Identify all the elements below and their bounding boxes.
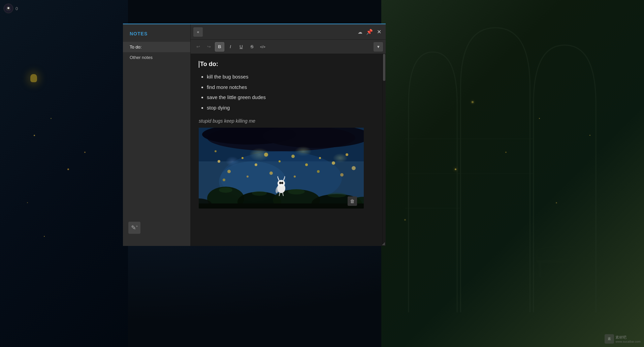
sidebar-item-other-label: Other notes — [130, 55, 153, 60]
watermark-name: 素材吧 — [615, 335, 641, 340]
game-ui-topleft: 0 — [3, 3, 18, 13]
note-body: To do: kill the bug bosses find more not… — [199, 61, 378, 209]
todo-item-3: stop dying — [207, 105, 230, 111]
bg-right-panel — [381, 0, 644, 347]
svg-point-37 — [294, 176, 296, 178]
underline-button[interactable]: U — [236, 42, 246, 52]
cloud-icon: ☁ — [358, 29, 362, 35]
svg-point-23 — [242, 157, 244, 159]
sidebar: NOTES To do: Other notes ✎+ — [123, 24, 190, 246]
watermark-icon-text: 素 — [608, 337, 611, 341]
svg-rect-7 — [580, 263, 583, 277]
watermark: 素 素材吧 www.sucaibar.com — [605, 334, 641, 344]
game-screenshot: 🗑 — [199, 128, 364, 209]
delete-image-button[interactable]: 🗑 — [348, 196, 357, 206]
scrollbar[interactable] — [382, 54, 386, 246]
dropdown-icon: ▾ — [377, 44, 380, 49]
todo-item-1: find more notches — [207, 84, 247, 90]
watermark-icon: 素 — [605, 334, 614, 344]
trash-icon: 🗑 — [350, 198, 355, 204]
notes-app-window: NOTES To do: Other notes ✎+ « ☁ 📌 — [123, 24, 386, 246]
new-note-icon: ✎+ — [131, 224, 138, 231]
watermark-text-block: 素材吧 www.sucaibar.com — [615, 335, 641, 343]
todo-item-0: kill the bug bosses — [207, 74, 248, 80]
code-icon: </> — [260, 45, 265, 49]
game-scene-svg — [199, 128, 364, 209]
svg-point-48 — [252, 191, 267, 196]
cloud-button[interactable]: ☁ — [356, 28, 364, 36]
svg-rect-6 — [539, 263, 541, 277]
svg-point-38 — [317, 170, 320, 173]
svg-point-22 — [227, 170, 231, 173]
decorative-arches — [381, 0, 644, 347]
svg-point-28 — [305, 163, 308, 166]
text-cursor — [199, 61, 199, 68]
list-item: save the little green dudes — [207, 94, 371, 101]
format-toolbar: ↩ ↪ B I U S </> ▾ — [191, 40, 386, 54]
italic-button[interactable]: I — [226, 42, 235, 52]
svg-point-33 — [352, 166, 356, 170]
svg-point-47 — [219, 187, 232, 193]
game-icon — [3, 3, 13, 13]
svg-point-36 — [269, 171, 273, 175]
sidebar-item-other[interactable]: Other notes — [123, 52, 190, 63]
redo-icon: ↪ — [207, 44, 211, 49]
bold-button[interactable]: B — [215, 42, 224, 52]
close-icon: ✕ — [377, 29, 381, 35]
undo-button[interactable]: ↩ — [193, 42, 203, 52]
editor-content[interactable]: To do: kill the bug bosses find more not… — [191, 54, 386, 246]
svg-point-52 — [278, 180, 285, 187]
svg-point-50 — [327, 193, 346, 197]
code-button[interactable]: </> — [258, 42, 267, 52]
resize-handle[interactable] — [381, 241, 386, 246]
list-item: stop dying — [207, 104, 371, 112]
svg-point-49 — [288, 189, 305, 194]
svg-point-56 — [281, 182, 283, 184]
strikethrough-button[interactable]: S — [247, 42, 257, 52]
svg-point-27 — [291, 155, 295, 158]
svg-point-30 — [332, 161, 335, 165]
svg-point-26 — [279, 160, 281, 162]
todo-list: kill the bug bosses find more notches sa… — [199, 73, 371, 112]
editor-topbar: « ☁ 📌 ✕ — [191, 24, 386, 40]
editor-panel: « ☁ 📌 ✕ ↩ ↪ B I — [190, 24, 386, 246]
scrollbar-thumb[interactable] — [383, 54, 385, 81]
collapse-icon: « — [197, 30, 199, 34]
strikethrough-icon: S — [251, 44, 254, 49]
todo-item-2: save the little green dudes — [207, 94, 266, 100]
svg-point-34 — [223, 179, 225, 181]
collapse-button[interactable]: « — [193, 27, 203, 37]
watermark-url: www.sucaibar.com — [615, 340, 641, 343]
resize-icon — [382, 242, 385, 245]
svg-point-39 — [340, 173, 344, 177]
sidebar-item-todo[interactable]: To do: — [123, 42, 190, 52]
italic-note-text: stupid bugs keep killing me — [199, 118, 255, 124]
italic-note: stupid bugs keep killing me — [199, 118, 371, 124]
italic-icon: I — [230, 44, 231, 49]
svg-point-29 — [319, 157, 321, 159]
note-title: To do: — [199, 61, 371, 68]
svg-line-61 — [384, 245, 385, 245]
new-note-button[interactable]: ✎+ — [128, 222, 140, 234]
svg-point-32 — [215, 150, 217, 152]
list-item: find more notches — [207, 84, 371, 91]
underline-icon: U — [239, 44, 243, 49]
svg-point-9 — [7, 7, 9, 9]
redo-button[interactable]: ↪ — [204, 42, 214, 52]
toolbar-dropdown-button[interactable]: ▾ — [374, 42, 383, 52]
svg-point-24 — [255, 163, 257, 166]
sidebar-title: NOTES — [123, 31, 190, 42]
svg-point-21 — [218, 160, 220, 163]
list-item: kill the bug bosses — [207, 73, 371, 81]
close-button[interactable]: ✕ — [375, 28, 383, 36]
svg-rect-46 — [199, 203, 364, 209]
pin-icon: 📌 — [366, 29, 373, 35]
bg-left-panel — [0, 0, 128, 347]
svg-point-55 — [279, 182, 281, 184]
undo-icon: ↩ — [196, 44, 200, 49]
svg-point-31 — [346, 153, 348, 156]
sidebar-bottom: ✎+ — [123, 216, 190, 239]
pin-button[interactable]: 📌 — [365, 28, 374, 36]
game-score: 0 — [15, 6, 18, 11]
svg-point-18 — [333, 153, 348, 163]
